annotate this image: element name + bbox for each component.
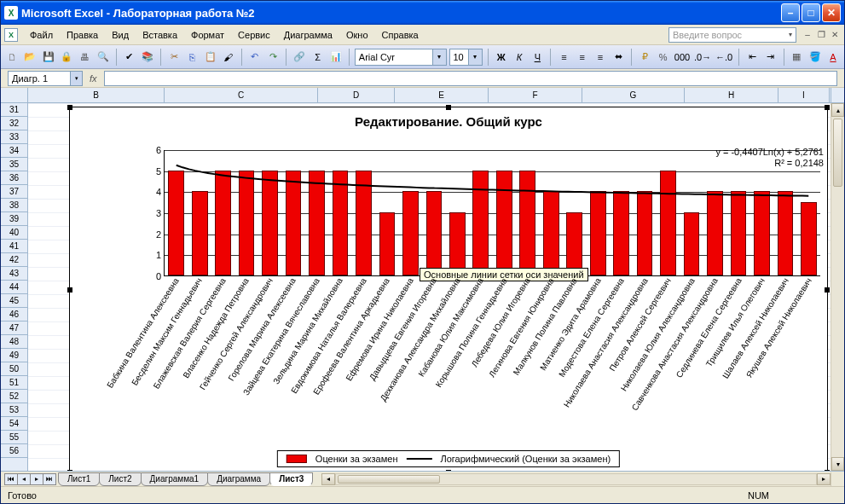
maximize-button[interactable]: □ [802,3,820,22]
menu-window[interactable]: Окно [339,28,375,42]
chart-bar[interactable] [215,171,231,275]
row-header[interactable]: 38 [1,199,27,212]
sheet-tab[interactable]: Диаграмма [207,472,270,486]
chart-bar[interactable] [496,171,512,275]
doc-close-button[interactable]: ✕ [829,29,841,41]
align-left-icon[interactable]: ≡ [556,48,571,67]
menu-chart[interactable]: Диаграмма [277,28,339,42]
scroll-thumb[interactable] [833,119,842,187]
select-all-corner[interactable] [1,88,28,102]
increase-indent-icon[interactable]: ⇥ [762,48,778,67]
print-icon[interactable]: 🖶 [77,48,92,67]
chart-wizard-icon[interactable]: 📊 [328,48,344,67]
horizontal-scrollbar[interactable]: ◂ ▸ [321,473,831,485]
close-button[interactable]: ✕ [822,3,841,22]
row-header[interactable]: 37 [1,185,27,199]
sheet-tab[interactable]: Лист1 [58,472,100,486]
row-header[interactable]: 41 [1,240,27,253]
scroll-left-button[interactable]: ◂ [321,473,335,485]
chart-bar[interactable] [168,171,184,275]
comma-style-icon[interactable]: 000 [674,48,691,67]
doc-minimize-button[interactable]: – [802,29,813,41]
chart-bar[interactable] [192,191,208,275]
column-header[interactable]: H [685,88,778,102]
cut-icon[interactable]: ✂ [166,48,182,67]
help-search-input[interactable]: Введите вопрос ▾ [668,27,796,43]
borders-icon[interactable]: ▦ [789,48,804,67]
decrease-indent-icon[interactable]: ⇤ [744,48,760,67]
tab-nav-first[interactable]: ⏮ [4,473,18,485]
chart-bar[interactable] [566,212,582,275]
chart-bar[interactable] [472,171,489,275]
undo-icon[interactable]: ↶ [247,48,263,67]
save-icon[interactable]: 💾 [41,48,56,67]
row-header[interactable]: 32 [1,117,27,130]
sheet-tab[interactable]: Лист3 [269,472,313,486]
currency-icon[interactable]: ₽ [637,48,652,67]
chart-legend[interactable]: Оценки за экзамен Логарифмический (Оценк… [277,450,620,467]
scroll-right-button[interactable]: ▸ [817,473,831,485]
column-header[interactable]: E [395,88,489,102]
sheet-tab[interactable]: Диаграмма1 [141,472,209,486]
spellcheck-icon[interactable]: ✔ [122,48,137,67]
menu-edit[interactable]: Правка [60,28,105,42]
chart-bar[interactable] [402,191,419,275]
chart-bar[interactable] [660,171,676,275]
chart-bar[interactable] [426,191,443,275]
row-header[interactable]: 39 [1,212,27,226]
row-header[interactable]: 47 [1,322,27,335]
chart-title[interactable]: Редактирование. Общий курс [70,107,827,129]
research-icon[interactable]: 📚 [140,48,155,67]
chart-bar[interactable] [262,171,278,275]
print-preview-icon[interactable]: 🔍 [95,48,110,67]
chart-bar[interactable] [239,171,255,275]
redo-icon[interactable]: ↷ [265,48,281,67]
row-header[interactable]: 40 [1,226,27,240]
tab-nav-last[interactable]: ⏭ [43,473,56,485]
chart-bar[interactable] [356,171,372,275]
chart-bar[interactable] [637,191,653,275]
row-header[interactable]: 50 [1,362,27,376]
italic-icon[interactable]: К [512,48,527,67]
hyperlink-icon[interactable]: 🔗 [292,48,307,67]
menu-help[interactable]: Справка [375,28,425,42]
column-header[interactable]: B [28,88,165,102]
chart-bar[interactable] [543,191,559,275]
percent-icon[interactable]: % [655,48,670,67]
column-header[interactable]: I [778,88,830,102]
tab-nav-next[interactable]: ▸ [30,473,43,485]
hscroll-thumb[interactable] [338,475,440,484]
column-header[interactable]: C [165,88,318,102]
chart-bar[interactable] [707,191,723,275]
menu-insert[interactable]: Вставка [136,28,184,42]
column-header[interactable]: D [318,88,395,102]
column-header[interactable]: G [582,88,685,102]
row-header[interactable]: 33 [1,130,27,144]
menu-view[interactable]: Вид [105,28,136,42]
fx-icon[interactable]: fx [90,73,97,84]
menu-file[interactable]: Файл [23,28,60,42]
row-header[interactable]: 31 [1,103,27,117]
copy-icon[interactable]: ⎘ [184,48,200,67]
align-right-icon[interactable]: ≡ [593,48,608,67]
row-header[interactable]: 34 [1,144,27,158]
row-header[interactable]: 35 [1,158,27,171]
bold-icon[interactable]: Ж [494,48,509,67]
format-painter-icon[interactable]: 🖌 [221,48,236,67]
scroll-track[interactable] [831,188,844,457]
increase-decimal-icon[interactable]: .0→ [693,48,712,67]
row-header[interactable]: 42 [1,253,27,267]
sheet-tab[interactable]: Лист2 [99,472,141,486]
row-header[interactable]: 36 [1,171,27,185]
merge-center-icon[interactable]: ⬌ [611,48,626,67]
chart-object[interactable]: Редактирование. Общий курс 0123456 y = -… [69,107,828,471]
chart-bar[interactable] [449,212,466,275]
doc-restore-button[interactable]: ❐ [815,29,827,41]
row-header[interactable]: 44 [1,281,27,294]
tab-nav-prev[interactable]: ◂ [17,473,31,485]
chart-bar[interactable] [778,191,794,275]
chart-bar[interactable] [754,191,770,275]
new-file-icon[interactable]: 🗋 [4,48,20,67]
underline-icon[interactable]: Ч [530,48,545,67]
row-header[interactable]: 49 [1,349,27,362]
